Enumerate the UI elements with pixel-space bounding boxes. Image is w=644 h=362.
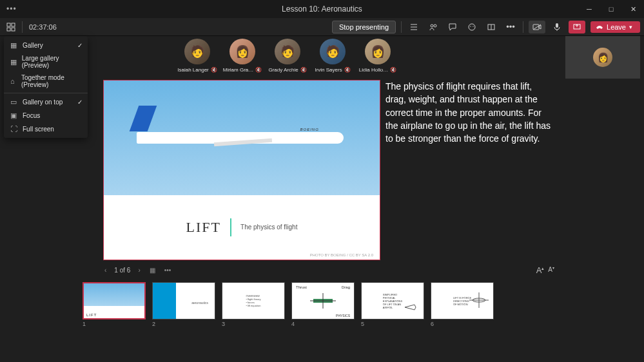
rooms-icon[interactable] (484, 20, 498, 34)
avatar: 🧑 (320, 39, 346, 64)
next-slide-button[interactable]: › (137, 265, 141, 275)
muted-icon: 🔇 (255, 67, 262, 73)
large-grid-icon: ▦ (10, 58, 17, 66)
svg-point-11 (473, 26, 473, 26)
avatar: 👩 (365, 39, 391, 64)
grid-icon: ▦ (10, 41, 18, 50)
menu-item-together-mode[interactable]: ⌂ Together mode (Preview) (4, 71, 88, 91)
meeting-toolbar: 02:37:06 Stop presenting ••• (0, 18, 644, 36)
menu-item-gallery-on-top[interactable]: ▭ Gallery on top ✓ (4, 95, 88, 109)
svg-rect-3 (12, 28, 15, 31)
decrease-font-button[interactable]: A▾ (548, 265, 554, 275)
participant-name: Isaiah Langer (177, 67, 208, 73)
prev-slide-button[interactable]: ‹ (103, 265, 108, 275)
thumbnail-3[interactable]: OVERVIEW• flight theory• forces• lift eq… (222, 282, 285, 319)
avatar: 👩 (229, 39, 255, 64)
more-actions-icon[interactable]: ••• (503, 20, 518, 34)
muted-icon: 🔇 (390, 67, 396, 73)
participant-tile[interactable]: 👩 Miriam Gra…🔇 (226, 39, 259, 73)
increase-font-button[interactable]: A▴ (536, 265, 545, 275)
menu-item-large-gallery[interactable]: ▦ Large gallery (Preview) (4, 52, 88, 71)
meeting-timer: 02:37:06 (26, 23, 59, 31)
svg-rect-1 (12, 23, 15, 26)
menu-item-focus[interactable]: ▣ Focus (4, 109, 88, 122)
leave-button[interactable]: Leave ▾ (590, 21, 640, 33)
menu-label: Full screen (23, 126, 54, 133)
menu-separator (4, 93, 88, 93)
avatar: 🧑 (275, 39, 300, 64)
menu-label: Gallery on top (23, 99, 63, 106)
svg-rect-0 (7, 23, 10, 26)
mic-toggle-button[interactable] (551, 21, 563, 33)
thumbnail-1[interactable]: LIFT (83, 282, 146, 319)
self-avatar: 👩 (593, 48, 612, 67)
hangup-icon (596, 24, 603, 30)
svg-point-10 (470, 26, 471, 26)
participant-gallery: 🧑 Isaiah Langer🔇 👩 Miriam Gra…🔇 🧑 Grady … (181, 39, 395, 73)
participant-tile[interactable]: 👩 Lidia Hollo…🔇 (361, 39, 395, 73)
check-icon: ✓ (77, 99, 83, 106)
participant-tile[interactable]: 🧑 Grady Archie🔇 (271, 39, 304, 73)
divider (230, 218, 231, 236)
more-slide-options-icon[interactable]: ••• (163, 265, 173, 275)
muted-icon: 🔇 (344, 67, 351, 73)
camera-toggle-button[interactable] (529, 21, 545, 33)
focus-icon: ▣ (10, 111, 18, 120)
stop-presenting-button[interactable]: Stop presenting (332, 21, 396, 33)
participant-name: Irvin Sayers (315, 67, 342, 73)
participant-name: Miriam Gra… (223, 67, 254, 73)
slide-title: LIFT (186, 219, 221, 236)
menu-label: Large gallery (Preview) (22, 55, 81, 69)
reactions-icon[interactable] (465, 20, 479, 34)
window-controls: ─ □ ✕ (578, 0, 644, 18)
svg-line-15 (533, 24, 541, 30)
thumbnail-4[interactable]: Thrust Drag PHYSICS (291, 282, 355, 319)
people-icon[interactable] (426, 20, 440, 34)
muted-icon: 🔇 (300, 67, 307, 73)
thumb-number: 2 (152, 321, 215, 327)
slide-subtitle: The physics of flight (240, 224, 297, 231)
thumbnail-6[interactable]: LIFT IS FORCEDIRECTIONSOF MOTION (431, 282, 494, 319)
participant-tile[interactable]: 🧑 Isaiah Langer🔇 (181, 39, 214, 73)
chevron-down-icon: ▾ (629, 24, 632, 30)
menu-item-full-screen[interactable]: ⛶ Full screen (4, 122, 88, 135)
app-more-icon[interactable]: ••• (6, 5, 17, 14)
list-icon[interactable] (407, 20, 421, 34)
title-bar: ••• Lesson 10: Aeronautics ─ □ ✕ (0, 0, 644, 18)
muted-icon: 🔇 (211, 67, 217, 73)
thumb-number: 6 (431, 321, 494, 327)
fullscreen-icon: ⛶ (10, 125, 18, 133)
presented-slide: BOEING LIFT The physics of flight PHOTO … (103, 80, 380, 260)
grid-view-icon[interactable]: ▦ (148, 265, 157, 275)
close-button[interactable]: ✕ (622, 0, 644, 18)
svg-rect-16 (556, 23, 558, 28)
svg-point-7 (431, 24, 433, 27)
svg-point-8 (434, 24, 436, 27)
thumb-number: 1 (83, 321, 146, 327)
self-video-tile[interactable]: 👩 (565, 36, 640, 79)
slide-navigation-bar: ‹ 1 of 6 › ▦ ••• A▴ A▾ (103, 265, 554, 275)
slide-caption-area: LIFT The physics of flight PHOTO BY BOEI… (104, 195, 380, 260)
menu-label: Gallery (23, 42, 43, 49)
thumb-number: 3 (222, 321, 285, 327)
thumbnail-2[interactable]: aeronautics (152, 282, 215, 319)
menu-label: Together mode (Preview) (21, 74, 81, 88)
font-size-controls: A▴ A▾ (536, 265, 554, 275)
menu-item-gallery[interactable]: ▦ Gallery ✓ (4, 39, 88, 52)
airplane-tail (130, 106, 157, 131)
airplane-brand-text: BOEING (300, 128, 319, 131)
minimize-button[interactable]: ─ (578, 0, 600, 18)
layout-top-icon: ▭ (10, 98, 18, 106)
presenter-notes: The physics of flight requires that lift… (385, 80, 552, 145)
view-layout-menu: ▦ Gallery ✓ ▦ Large gallery (Preview) ⌂ … (4, 36, 88, 138)
participant-tile[interactable]: 🧑 Irvin Sayers🔇 (316, 39, 349, 73)
maximize-button[interactable]: □ (600, 0, 622, 18)
slide-image-sky: BOEING (104, 81, 380, 195)
share-tray-button[interactable] (569, 21, 585, 33)
view-layout-icon[interactable] (4, 20, 18, 34)
thumb-number: 4 (291, 321, 355, 327)
chat-icon[interactable] (445, 20, 460, 34)
thumbnail-5[interactable]: SIMPLIFIEDPHYSICALEXPLANATIONSOF LIFT ON… (361, 282, 424, 319)
participant-name: Grady Archie (268, 67, 298, 73)
separator (22, 21, 23, 33)
